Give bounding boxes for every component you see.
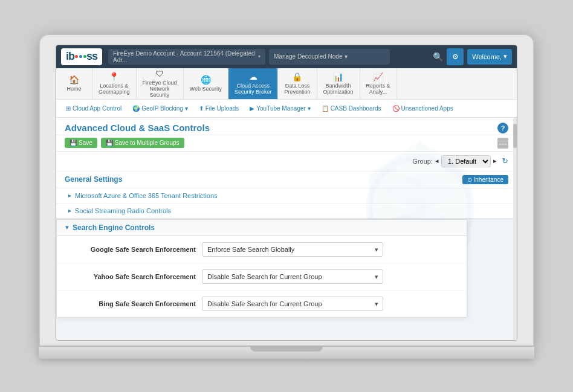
- azure-section-row[interactable]: ▸ Microsoft Azure & Office 365 Tenant Re…: [56, 188, 517, 204]
- subnav-cloudapp[interactable]: ⊞ Cloud App Control: [61, 103, 126, 114]
- sub-nav: ⊞ Cloud App Control 🌍 GeoIP Blocking ▾ ⬆…: [56, 100, 517, 118]
- general-settings-header: General Settings ⊙ Inheritance: [56, 172, 517, 188]
- locations-icon: 📍: [109, 72, 119, 82]
- subnav-youtube-label: YouTube Manager ▾: [256, 105, 310, 112]
- collapse-button[interactable]: —: [497, 138, 508, 149]
- logo-dot-1: [75, 55, 78, 58]
- nav-fireeye[interactable]: 🛡 FireEye CloudNetworkSecurity: [137, 68, 184, 99]
- bing-select[interactable]: Enforce Safe Search Globally Disable Saf…: [202, 297, 383, 311]
- google-safesearch-row: Google Safe Search Enforcement Enforce S…: [57, 236, 467, 263]
- bing-label: Bing Safe Search Enforcement: [69, 300, 196, 307]
- search-icon[interactable]: 🔍: [433, 52, 443, 62]
- dlp-icon: 🔒: [292, 72, 302, 82]
- nav-locations[interactable]: 📍 Locations &Geomapping: [92, 68, 137, 99]
- home-icon: 🏠: [69, 75, 79, 85]
- websecurity-icon: 🌐: [201, 75, 211, 85]
- google-label: Google Safe Search Enforcement: [69, 246, 196, 253]
- subnav-geoip[interactable]: 🌍 GeoIP Blocking ▾: [128, 103, 193, 114]
- subnav-fileuploads-label: File Uploads: [206, 105, 239, 112]
- nav-reports-label: Reports &Analy...: [366, 83, 390, 95]
- social-section-label: Social Streaming Radio Controls: [75, 207, 171, 214]
- save-multiple-label: Save to Multiple Groups: [115, 140, 180, 146]
- nav-fireeye-label: FireEye CloudNetworkSecurity: [143, 80, 177, 98]
- nav-dlp[interactable]: 🔒 Data LossPrevention: [278, 68, 317, 99]
- logo-text-2: ss: [86, 50, 97, 63]
- save-icon: 💾: [70, 140, 77, 146]
- group-select[interactable]: 1. Default: [441, 155, 491, 167]
- page-actions: 💾 Save 💾 Save to Multiple Groups —: [56, 135, 517, 152]
- yahoo-select[interactable]: Enforce Safe Search Globally Disable Saf…: [202, 269, 383, 284]
- refresh-icon[interactable]: ↻: [502, 156, 508, 165]
- save-multiple-button[interactable]: 💾 Save to Multiple Groups: [101, 138, 184, 148]
- logo-text: ib: [66, 50, 74, 63]
- inheritance-label: Inheritance: [474, 176, 503, 183]
- screen-bezel: ib ss FireEye Demo Account - Account 121…: [39, 34, 534, 347]
- subnav-casb-label: CASB Dashboards: [331, 105, 381, 112]
- fileuploads-icon: ⬆: [199, 105, 204, 112]
- subnav-unsanctioned[interactable]: 🚫 Unsanctioned Apps: [387, 103, 458, 114]
- settings-panel: Advanced Cloud & SaaS Controls ? 💾 Save …: [56, 118, 517, 172]
- welcome-button[interactable]: Welcome, ▾: [467, 49, 512, 65]
- nav-websecurity[interactable]: 🌐 Web Security: [184, 68, 228, 99]
- sec-collapse-icon[interactable]: ▾: [65, 223, 69, 231]
- casb-dash-icon: 📋: [322, 105, 329, 112]
- group-next-btn[interactable]: ▸: [493, 157, 497, 165]
- yahoo-select-wrapper: Enforce Safe Search Globally Disable Saf…: [202, 269, 383, 284]
- account-arrow-icon: ▾: [258, 54, 261, 59]
- welcome-label: Welcome,: [472, 53, 502, 60]
- nav-bandwidth[interactable]: 📊 BandwidthOptimization: [317, 68, 360, 99]
- nav-reports[interactable]: 📈 Reports &Analy...: [360, 68, 397, 99]
- page-title: Advanced Cloud & SaaS Controls: [65, 123, 210, 133]
- save-multi-icon: 💾: [106, 140, 113, 146]
- geoip-icon: 🌍: [132, 105, 140, 112]
- welcome-arrow-icon: ▾: [503, 53, 507, 60]
- azure-section-label: Microsoft Azure & Office 365 Tenant Rest…: [75, 192, 218, 199]
- yahoo-label: Yahoo Safe Search Enforcement: [69, 273, 196, 280]
- youtube-icon: ▶: [250, 105, 254, 112]
- inheritance-button[interactable]: ⊙ Inheritance: [462, 175, 508, 184]
- sec-header-title: Search Engine Controls: [73, 223, 155, 232]
- account-dropdown[interactable]: FireEye Demo Account - Account 121564 (D…: [108, 49, 265, 65]
- nav-home-label: Home: [66, 86, 81, 92]
- social-expand-icon: ▸: [68, 207, 71, 214]
- help-icon[interactable]: ?: [497, 123, 508, 133]
- cloudapp-icon: ⊞: [66, 105, 71, 112]
- laptop-screen: ib ss FireEye Demo Account - Account 121…: [56, 45, 517, 341]
- controller-icon-btn[interactable]: ⚙: [447, 48, 464, 65]
- manage-arrow-icon: ▾: [345, 53, 348, 60]
- nav-casb[interactable]: ☁ Cloud AccessSecurity Broker: [228, 68, 279, 99]
- search-engine-controls: ▾ Search Engine Controls Google Safe Sea…: [56, 219, 467, 318]
- top-bar: ib ss FireEye Demo Account - Account 121…: [56, 45, 517, 68]
- laptop-base: [39, 347, 534, 359]
- subnav-casb[interactable]: 📋 CASB Dashboards: [317, 103, 386, 114]
- scrollbar-thumb[interactable]: [513, 124, 517, 148]
- manage-label: Manage Decoupled Node: [274, 53, 342, 60]
- fireeye-icon: 🛡: [155, 69, 164, 79]
- manage-dropdown[interactable]: Manage Decoupled Node ▾: [269, 49, 390, 65]
- nav-websecurity-label: Web Security: [190, 86, 222, 92]
- subnav-fileuploads[interactable]: ⬆ File Uploads: [194, 103, 244, 114]
- unsanctioned-icon: 🚫: [392, 105, 400, 112]
- social-section-row[interactable]: ▸ Social Streaming Radio Controls: [56, 204, 517, 219]
- bandwidth-icon: 📊: [333, 72, 343, 82]
- google-select-wrapper: Enforce Safe Search Globally Disable Saf…: [202, 242, 383, 257]
- logo-dot-2: [79, 55, 82, 58]
- subnav-unsanctioned-label: Unsanctioned Apps: [401, 105, 453, 112]
- save-button[interactable]: 💾 Save: [65, 138, 97, 148]
- nav-bandwidth-label: BandwidthOptimization: [323, 83, 354, 95]
- scrollbar[interactable]: [513, 118, 517, 340]
- content-area: General Settings ⊙ Inheritance ▸ Microso…: [56, 172, 517, 318]
- bing-safesearch-row: Bing Safe Search Enforcement Enforce Saf…: [57, 291, 467, 317]
- nav-home[interactable]: 🏠 Home: [56, 68, 92, 99]
- group-prev-btn[interactable]: ◂: [435, 157, 439, 165]
- account-label: FireEye Demo Account - Account 121564 (D…: [113, 50, 256, 63]
- google-select[interactable]: Enforce Safe Search Globally Disable Saf…: [202, 242, 383, 257]
- casb-icon: ☁: [249, 72, 257, 82]
- logo-dots: [75, 55, 86, 58]
- reports-icon: 📈: [373, 72, 383, 82]
- collapse-icon: —: [499, 138, 507, 148]
- azure-expand-icon: ▸: [68, 192, 71, 199]
- subnav-youtube[interactable]: ▶ YouTube Manager ▾: [245, 103, 315, 114]
- nav-dlp-label: Data LossPrevention: [284, 83, 310, 95]
- general-settings-panel: General Settings ⊙ Inheritance ▸ Microso…: [56, 172, 517, 219]
